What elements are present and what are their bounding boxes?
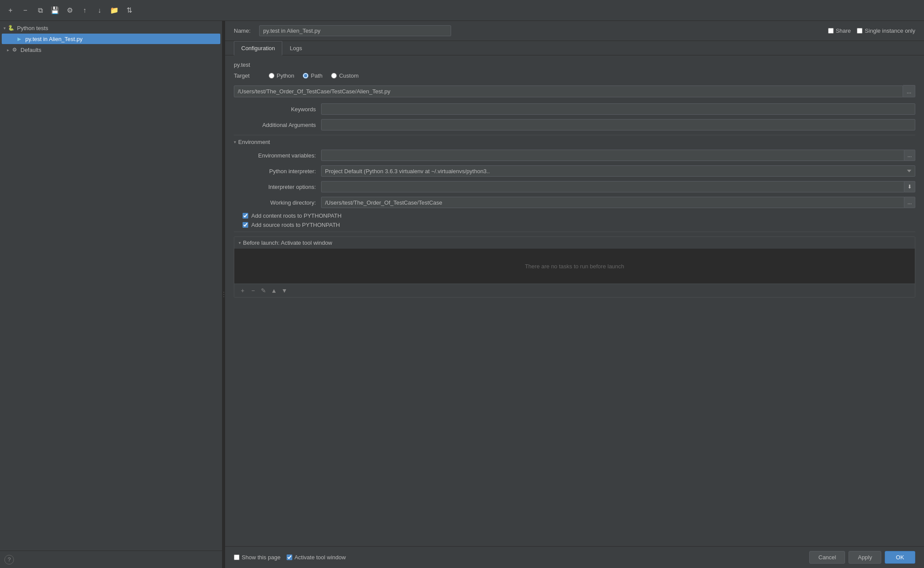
divider-2 — [234, 232, 915, 232]
sort-button[interactable]: ⇅ — [123, 4, 135, 17]
config-panel: Name: Share Single instance only Configu… — [225, 21, 924, 568]
add-source-roots-label[interactable]: Add source roots to PYTHONPATH — [251, 222, 340, 228]
remove-config-button[interactable]: − — [19, 4, 31, 17]
working-directory-input[interactable] — [321, 197, 904, 208]
run-config-item-alien-test[interactable]: ▶ py.test in Alien_Test.py — [2, 34, 220, 44]
save-config-button[interactable]: 💾 — [49, 4, 61, 17]
before-launch-add-button[interactable]: + — [238, 286, 247, 295]
before-launch-down-button[interactable]: ▼ — [280, 286, 289, 295]
before-launch-section: ▾ Before launch: Activate tool window Th… — [234, 236, 915, 298]
sidebar-bottom: ? — [0, 551, 222, 568]
additional-args-input[interactable] — [321, 119, 915, 130]
tabs-bar: Configuration Logs — [225, 41, 924, 55]
additional-args-label: Additional Arguments — [234, 122, 321, 128]
env-variables-browse-button[interactable]: ... — [904, 150, 915, 161]
interpreter-options-label: Interpreter options: — [234, 184, 321, 190]
folder-button[interactable]: 📁 — [108, 4, 120, 17]
config-name-input[interactable] — [259, 25, 451, 36]
before-launch-up-button[interactable]: ▲ — [269, 286, 279, 295]
divider-1 — [234, 135, 915, 135]
keywords-input[interactable] — [321, 103, 915, 115]
config-content: py.test Target Python Path Custom — [225, 55, 924, 546]
python-interpreter-label: Python interpreter: — [234, 168, 321, 175]
target-path-radio[interactable] — [303, 73, 308, 79]
path-input[interactable] — [234, 86, 903, 97]
share-option[interactable]: Share — [828, 27, 851, 34]
add-source-roots-checkbox[interactable] — [243, 222, 248, 228]
copy-config-button[interactable]: ⧉ — [34, 4, 46, 17]
target-custom-label: Custom — [339, 72, 359, 79]
add-config-button[interactable]: + — [4, 4, 17, 17]
run-config-item-icon: ▶ — [16, 35, 23, 42]
show-this-page-checkbox[interactable] — [234, 554, 240, 560]
sidebar: ▾ 🐍 Python tests ▶ py.test in Alien_Test… — [0, 21, 222, 568]
working-directory-browse-button[interactable]: ... — [904, 197, 915, 208]
additional-args-row: Additional Arguments — [234, 119, 915, 130]
defaults-label: Defaults — [21, 47, 41, 53]
interpreter-options-input[interactable] — [321, 181, 904, 192]
name-label: Name: — [234, 27, 250, 34]
main-toolbar: + − ⧉ 💾 ⚙ ↑ ↓ 📁 ⇅ — [0, 0, 924, 21]
environment-section-header[interactable]: ▾ Environment — [234, 139, 915, 145]
add-source-roots-row: Add source roots to PYTHONPATH — [234, 222, 915, 228]
single-instance-option[interactable]: Single instance only — [857, 27, 915, 34]
before-launch-chevron-icon: ▾ — [239, 240, 241, 245]
python-tests-icon: 🐍 — [7, 24, 14, 31]
interpreter-options-download-button[interactable]: ⬇ — [904, 181, 915, 192]
share-label: Share — [836, 27, 851, 34]
target-custom-radio[interactable] — [331, 73, 337, 79]
activate-tool-window-option[interactable]: Activate tool window — [287, 554, 346, 561]
add-content-roots-row: Add content roots to PYTHONPATH — [234, 212, 915, 219]
env-variables-label: Environment variables: — [234, 152, 321, 159]
keywords-label: Keywords — [234, 106, 321, 113]
working-directory-field: ... — [321, 197, 915, 208]
before-launch-title: Before launch: Activate tool window — [243, 240, 332, 246]
cancel-button[interactable]: Cancel — [809, 551, 845, 564]
ok-button[interactable]: OK — [885, 551, 915, 564]
help-button[interactable]: ? — [4, 555, 14, 565]
environment-chevron-icon: ▾ — [234, 140, 236, 144]
arrow-down-button[interactable]: ↓ — [93, 4, 106, 17]
add-content-roots-label[interactable]: Add content roots to PYTHONPATH — [251, 212, 342, 219]
header-options: Share Single instance only — [828, 27, 915, 34]
single-instance-checkbox[interactable] — [857, 28, 862, 34]
target-path-option[interactable]: Path — [303, 72, 322, 79]
tab-configuration[interactable]: Configuration — [234, 41, 282, 55]
env-variables-input[interactable] — [321, 150, 904, 161]
main-container: ▾ 🐍 Python tests ▶ py.test in Alien_Test… — [0, 21, 924, 568]
interpreter-options-field: ⬇ — [321, 181, 915, 192]
defaults-chevron-icon: ▸ — [7, 48, 9, 52]
env-variables-row: Environment variables: ... — [234, 150, 915, 161]
path-browse-button[interactable]: ... — [903, 85, 915, 97]
keywords-row: Keywords — [234, 103, 915, 115]
target-python-radio[interactable] — [269, 73, 274, 79]
target-custom-option[interactable]: Custom — [331, 72, 359, 79]
single-instance-label: Single instance only — [865, 27, 915, 34]
action-buttons: Cancel Apply OK — [809, 551, 915, 564]
before-launch-header[interactable]: ▾ Before launch: Activate tool window — [234, 237, 915, 249]
group-chevron-icon: ▾ — [3, 26, 6, 31]
python-tests-group[interactable]: ▾ 🐍 Python tests — [0, 23, 222, 33]
tab-logs[interactable]: Logs — [282, 41, 309, 55]
defaults-icon: ⚙ — [11, 46, 18, 53]
python-interpreter-select[interactable]: Project Default (Python 3.6.3 virtualenv… — [321, 165, 915, 177]
working-directory-row: Working directory: ... — [234, 197, 915, 208]
apply-button[interactable]: Apply — [849, 551, 881, 564]
gear-button[interactable]: ⚙ — [64, 4, 76, 17]
arrow-up-button[interactable]: ↑ — [79, 4, 91, 17]
share-checkbox[interactable] — [828, 28, 834, 34]
config-header: Name: Share Single instance only — [225, 21, 924, 41]
target-label: Target — [234, 72, 260, 79]
show-this-page-option[interactable]: Show this page — [234, 554, 281, 561]
before-launch-remove-button[interactable]: − — [248, 286, 258, 295]
run-config-item-label: py.test in Alien_Test.py — [25, 36, 82, 42]
activate-tool-window-checkbox[interactable] — [287, 554, 292, 560]
interpreter-options-row: Interpreter options: ⬇ — [234, 181, 915, 192]
before-launch-edit-button[interactable]: ✎ — [259, 286, 268, 295]
add-content-roots-checkbox[interactable] — [243, 213, 248, 219]
before-launch-content: There are no tasks to run before launch — [234, 249, 915, 284]
environment-section-title: Environment — [238, 139, 270, 145]
working-directory-label: Working directory: — [234, 199, 321, 206]
defaults-group[interactable]: ▸ ⚙ Defaults — [0, 44, 222, 55]
target-python-option[interactable]: Python — [269, 72, 294, 79]
